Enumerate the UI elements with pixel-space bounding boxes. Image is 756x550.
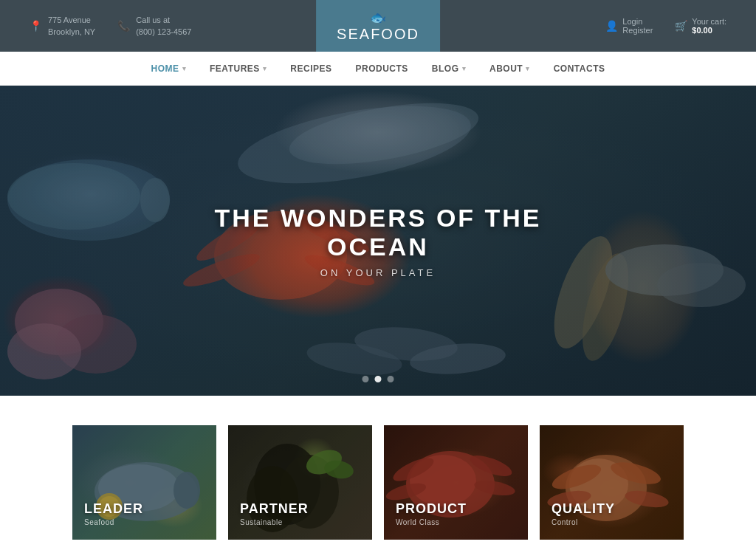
product-card-content: PRODUCT World Class bbox=[396, 501, 467, 526]
hero-dot-3[interactable] bbox=[388, 376, 394, 382]
hero-subtitle: ON YOUR PLATE bbox=[189, 267, 567, 278]
user-icon: 👤 bbox=[605, 20, 618, 32]
feature-card-leader[interactable]: LEADER Seafood bbox=[72, 425, 216, 540]
partner-title: PARTNER bbox=[240, 501, 309, 517]
address-info: 📍 775 Avenue Brooklyn, NY bbox=[30, 14, 95, 38]
product-title: PRODUCT bbox=[396, 501, 467, 517]
navigation: HOME ▾ FEATURES ▾ RECIPES PRODUCTS BLOG … bbox=[0, 52, 756, 86]
location-icon: 📍 bbox=[30, 18, 42, 34]
login-register[interactable]: 👤 Login Register bbox=[605, 17, 653, 35]
leader-title: LEADER bbox=[84, 501, 143, 517]
phone-text: Call us at (800) 123-4567 bbox=[136, 14, 191, 38]
logo-text: SEAFOOD bbox=[337, 26, 419, 43]
hero-dot-2[interactable] bbox=[375, 376, 382, 382]
chevron-down-icon: ▾ bbox=[526, 65, 530, 72]
chevron-down-icon: ▾ bbox=[263, 65, 267, 72]
leader-card-content: LEADER Seafood bbox=[84, 501, 143, 526]
top-bar-left: 📍 775 Avenue Brooklyn, NY 📞 Call us at (… bbox=[30, 14, 191, 38]
address-text: 775 Avenue Brooklyn, NY bbox=[48, 14, 95, 38]
feature-card-quality[interactable]: QUALITY Control bbox=[540, 425, 684, 540]
quality-card-content: QUALITY Control bbox=[551, 501, 615, 526]
nav-item-features[interactable]: FEATURES ▾ bbox=[198, 52, 278, 86]
nav-item-blog[interactable]: BLOG ▾ bbox=[420, 52, 478, 86]
partner-card-content: PARTNER Sustainable bbox=[240, 501, 309, 526]
nav-item-home[interactable]: HOME ▾ bbox=[140, 52, 199, 86]
feature-card-partner[interactable]: PARTNER Sustainable bbox=[228, 425, 372, 540]
phone-icon: 📞 bbox=[117, 18, 130, 34]
hero-banner: THE WONDERS OF THE OCEAN ON YOUR PLATE bbox=[0, 86, 756, 396]
nav-list: HOME ▾ FEATURES ▾ RECIPES PRODUCTS BLOG … bbox=[140, 52, 617, 86]
top-bar: 📍 775 Avenue Brooklyn, NY 📞 Call us at (… bbox=[0, 0, 756, 52]
login-text: Login Register bbox=[622, 17, 653, 35]
leader-subtitle: Seafood bbox=[84, 518, 143, 526]
cart[interactable]: 🛒 Your cart: $0.00 bbox=[675, 17, 726, 35]
nav-item-products[interactable]: PRODUCTS bbox=[344, 52, 420, 86]
quality-title: QUALITY bbox=[551, 501, 615, 517]
quality-subtitle: Control bbox=[551, 518, 615, 526]
cart-text: Your cart: $0.00 bbox=[692, 17, 726, 35]
hero-dot-1[interactable] bbox=[362, 376, 369, 382]
top-bar-right: 👤 Login Register 🛒 Your cart: $0.00 bbox=[605, 17, 726, 35]
phone-info: 📞 Call us at (800) 123-4567 bbox=[117, 14, 191, 38]
hero-slider-dots bbox=[362, 376, 394, 382]
feature-card-product[interactable]: PRODUCT World Class bbox=[384, 425, 528, 540]
logo[interactable]: 🐟 SEAFOOD bbox=[316, 0, 440, 52]
features-section: LEADER Seafood PARTNER Sustainable bbox=[0, 396, 756, 550]
chevron-down-icon: ▾ bbox=[462, 65, 467, 72]
hero-title: THE WONDERS OF THE OCEAN bbox=[189, 204, 567, 261]
nav-item-contacts[interactable]: CONTACTS bbox=[542, 52, 617, 86]
chevron-down-icon: ▾ bbox=[182, 65, 187, 72]
hero-content: THE WONDERS OF THE OCEAN ON YOUR PLATE bbox=[189, 204, 567, 278]
product-subtitle: World Class bbox=[396, 518, 467, 526]
nav-item-about[interactable]: ABOUT ▾ bbox=[478, 52, 542, 86]
nav-item-recipes[interactable]: RECIPES bbox=[278, 52, 343, 86]
logo-fish-icon: 🐟 bbox=[370, 10, 386, 26]
cart-icon: 🛒 bbox=[675, 20, 687, 32]
partner-subtitle: Sustainable bbox=[240, 518, 309, 526]
